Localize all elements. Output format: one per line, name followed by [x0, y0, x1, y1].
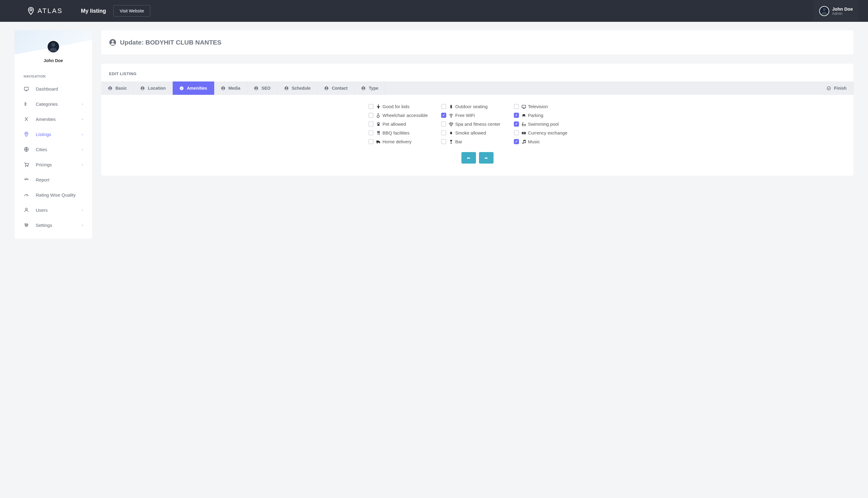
sidebar-item-rating-wise-quality[interactable]: Rating Wise Quality — [15, 187, 92, 202]
sidebar-username: John Doe — [15, 58, 92, 63]
svg-rect-43 — [522, 124, 526, 124]
amenity-smoke-allowed: Smoke allowed — [441, 130, 514, 135]
svg-point-32 — [378, 105, 379, 105]
tab-label: Location — [148, 86, 166, 91]
tab-finish[interactable]: Finish — [820, 81, 853, 95]
sidebar-item-report[interactable]: Report — [15, 172, 92, 187]
sidebar-item-amenities[interactable]: Amenities› — [15, 112, 92, 127]
svg-point-38 — [524, 116, 525, 116]
tab-amenities[interactable]: Amenities — [173, 81, 214, 95]
amenity-checkbox[interactable] — [441, 104, 446, 109]
sidebar-item-categories[interactable]: Categories› — [15, 96, 92, 112]
tab-label: Media — [228, 86, 240, 91]
svg-point-45 — [523, 132, 524, 133]
tab-seo[interactable]: SEO — [247, 81, 277, 95]
svg-rect-33 — [451, 108, 451, 108]
amenity-label: Pet allowed — [383, 121, 406, 127]
svg-point-0 — [30, 9, 32, 11]
sidebar-item-label: Cities — [36, 147, 47, 152]
amenity-television: Television — [514, 104, 587, 109]
sidebar-item-pricings[interactable]: Pricings› — [15, 157, 92, 172]
schedule-tab-icon — [284, 86, 289, 91]
amenity-checkbox[interactable] — [514, 130, 519, 135]
sidebar-item-label: Pricings — [36, 162, 52, 167]
sidebar-avatar[interactable] — [47, 40, 60, 53]
visit-website-button[interactable]: Visit Website — [113, 5, 150, 17]
svg-point-7 — [27, 166, 28, 167]
dashboard-icon — [24, 86, 29, 91]
tab-label: SEO — [262, 86, 271, 91]
rating-wise-quality-icon — [24, 192, 29, 197]
glass-icon — [449, 139, 453, 144]
amenity-checkbox[interactable] — [514, 121, 519, 127]
amenity-pet-allowed: Pet allowed — [368, 121, 441, 127]
sidebar-item-cities[interactable]: Cities› — [15, 142, 92, 157]
chevron-right-icon: › — [82, 132, 83, 136]
tab-label: Amenities — [187, 86, 207, 91]
amenity-label: Outdoor seating — [455, 104, 488, 109]
svg-point-9 — [25, 224, 26, 225]
media-tab-icon — [221, 86, 225, 91]
finish-tab-icon — [827, 86, 831, 91]
sidebar-item-dashboard[interactable]: Dashboard — [15, 81, 92, 96]
amenity-checkbox[interactable] — [368, 113, 373, 118]
sidebar-item-listings[interactable]: Listings› — [15, 127, 92, 142]
arrow-right-icon: ➡ — [484, 156, 488, 160]
amenity-currency-exchange: Currency exchange — [514, 130, 587, 135]
svg-rect-34 — [522, 105, 526, 108]
sidebar-item-settings[interactable]: Settings› — [15, 218, 92, 233]
tab-basic[interactable]: Basic — [101, 81, 134, 95]
chevron-right-icon: › — [82, 208, 83, 212]
sidebar-item-users[interactable]: Users› — [15, 202, 92, 218]
sidebar-item-label: Amenities — [36, 117, 56, 122]
amenity-spa-and-fitness-center: Spa and fitness center — [441, 121, 514, 127]
prev-step-button[interactable]: ⬅ — [461, 152, 476, 163]
user-circle-icon — [109, 39, 116, 46]
amenity-checkbox[interactable] — [441, 121, 446, 127]
amenity-label: Spa and fitness center — [455, 121, 500, 127]
tab-type[interactable]: Type — [354, 81, 385, 95]
tv-icon — [522, 104, 526, 109]
amenity-checkbox[interactable] — [441, 130, 446, 135]
svg-point-10 — [26, 225, 27, 226]
tab-media[interactable]: Media — [214, 81, 248, 95]
amenity-checkbox[interactable] — [368, 130, 373, 135]
music-icon — [522, 139, 526, 144]
tab-schedule[interactable]: Schedule — [277, 81, 317, 95]
wifi-icon — [449, 113, 453, 118]
amenities-panel: Good for kidsOutdoor seatingTelevisionWh… — [101, 95, 853, 176]
amenity-swimming-pool: Swimming pool — [514, 121, 587, 127]
chevron-right-icon: › — [82, 147, 83, 151]
users-icon — [24, 207, 29, 213]
svg-point-42 — [378, 122, 379, 123]
chevron-right-icon: › — [82, 163, 83, 166]
sidebar-item-label: Settings — [36, 223, 52, 228]
tab-location[interactable]: Location — [134, 81, 172, 95]
svg-point-22 — [222, 87, 224, 88]
tab-contact[interactable]: Contact — [317, 81, 354, 95]
utensils-icon — [376, 131, 381, 135]
sidebar-item-label: Rating Wise Quality — [36, 192, 76, 197]
amenity-checkbox[interactable] — [368, 139, 373, 144]
amenity-checkbox[interactable] — [514, 113, 519, 118]
header-user-role: Admin — [832, 12, 853, 16]
chevron-right-icon: › — [82, 223, 83, 227]
amenity-checkbox[interactable] — [514, 104, 519, 109]
amenity-checkbox[interactable] — [441, 139, 446, 144]
amenity-checkbox[interactable] — [368, 121, 373, 127]
svg-point-8 — [25, 208, 27, 210]
amenity-label: Music — [528, 139, 540, 144]
header-user-menu[interactable]: John Doe Admin — [813, 0, 859, 22]
svg-point-11 — [27, 224, 28, 225]
amenity-checkbox[interactable] — [514, 139, 519, 144]
header-page-title: My listing — [81, 8, 106, 14]
next-step-button[interactable]: ➡ — [479, 152, 494, 163]
svg-rect-3 — [24, 87, 28, 90]
amenity-checkbox[interactable] — [441, 113, 446, 118]
logo[interactable]: ATLAS — [27, 6, 63, 15]
basic-tab-icon — [108, 86, 113, 91]
amenity-checkbox[interactable] — [368, 104, 373, 109]
svg-point-49 — [379, 142, 380, 143]
tab-label: Finish — [834, 86, 846, 91]
amenities-icon — [24, 116, 29, 122]
